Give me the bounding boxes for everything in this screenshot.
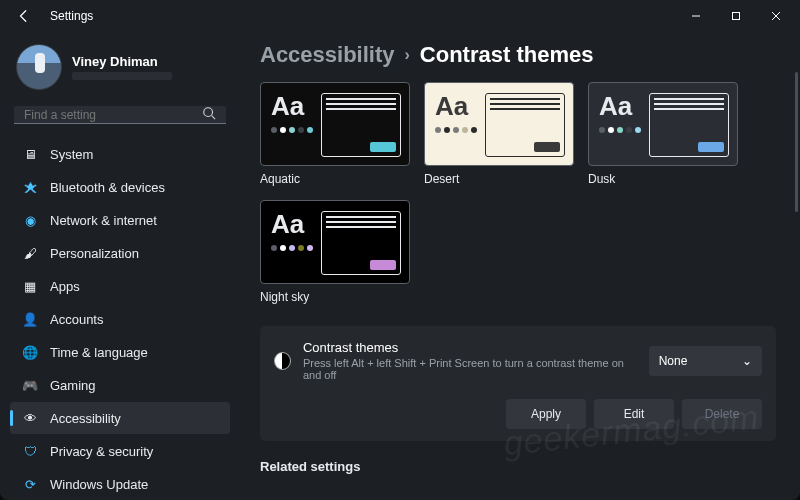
sidebar-item-bluetooth[interactable]: 🟊Bluetooth & devices (10, 171, 230, 203)
sidebar-item-network[interactable]: ◉Network & internet (10, 204, 230, 236)
sidebar-item-system[interactable]: 🖥System (10, 138, 230, 170)
theme-card: Aa (588, 82, 738, 166)
bluetooth-icon: 🟊 (22, 179, 38, 195)
back-button[interactable] (12, 4, 36, 28)
titlebar: Settings (0, 0, 800, 32)
chevron-right-icon: › (405, 46, 410, 64)
sidebar-item-gaming[interactable]: 🎮Gaming (10, 369, 230, 401)
contrast-icon (274, 352, 291, 370)
theme-desert[interactable]: Aa Desert (424, 82, 574, 186)
svg-line-3 (212, 116, 216, 120)
accounts-icon: 👤 (22, 311, 38, 327)
palette-dots (271, 245, 313, 251)
related-settings-heading: Related settings (260, 459, 776, 474)
breadcrumb: Accessibility › Contrast themes (260, 42, 776, 68)
theme-dusk[interactable]: Aa Dusk (588, 82, 738, 186)
theme-card: Aa (424, 82, 574, 166)
theme-label: Aquatic (260, 172, 410, 186)
aa-sample: Aa (271, 93, 313, 119)
contrast-themes-panel: Contrast themes Press left Alt + left Sh… (260, 326, 776, 441)
brush-icon: 🖌 (22, 245, 38, 261)
sidebar-item-accessibility[interactable]: 👁Accessibility (10, 402, 230, 434)
main-content: Accessibility › Contrast themes Aa Aquat… (236, 32, 800, 500)
sidebar-item-update[interactable]: ⟳Windows Update (10, 468, 230, 500)
edit-button[interactable]: Edit (594, 399, 674, 429)
wifi-icon: ◉ (22, 212, 38, 228)
aa-sample: Aa (271, 211, 313, 237)
page-title: Contrast themes (420, 42, 594, 68)
theme-card: Aa (260, 82, 410, 166)
theme-grid: Aa Aquatic Aa Desert Aa (260, 82, 776, 304)
accessibility-icon: 👁 (22, 410, 38, 426)
user-email (72, 72, 172, 80)
avatar (16, 44, 62, 90)
update-icon: ⟳ (22, 476, 38, 492)
sidebar-item-time[interactable]: 🌐Time & language (10, 336, 230, 368)
panel-subtitle: Press left Alt + left Shift + Print Scre… (303, 357, 637, 381)
apps-icon: ▦ (22, 278, 38, 294)
sidebar-item-personalization[interactable]: 🖌Personalization (10, 237, 230, 269)
theme-label: Dusk (588, 172, 738, 186)
shield-icon: 🛡 (22, 443, 38, 459)
system-icon: 🖥 (22, 146, 38, 162)
globe-icon: 🌐 (22, 344, 38, 360)
theme-dropdown[interactable]: None ⌄ (649, 346, 762, 376)
theme-label: Desert (424, 172, 574, 186)
svg-rect-1 (733, 13, 740, 20)
search-box[interactable] (14, 106, 226, 124)
search-input[interactable] (24, 108, 202, 122)
sidebar-item-accounts[interactable]: 👤Accounts (10, 303, 230, 335)
close-button[interactable] (756, 0, 796, 32)
panel-title: Contrast themes (303, 340, 637, 355)
aa-sample: Aa (599, 93, 641, 119)
palette-dots (271, 127, 313, 133)
nav: 🖥System 🟊Bluetooth & devices ◉Network & … (10, 138, 230, 500)
dropdown-value: None (659, 354, 688, 368)
aa-sample: Aa (435, 93, 477, 119)
breadcrumb-parent[interactable]: Accessibility (260, 42, 395, 68)
theme-aquatic[interactable]: Aa Aquatic (260, 82, 410, 186)
sidebar-item-privacy[interactable]: 🛡Privacy & security (10, 435, 230, 467)
theme-night-sky[interactable]: Aa Night sky (260, 200, 410, 304)
search-icon (202, 106, 216, 123)
apply-button[interactable]: Apply (506, 399, 586, 429)
delete-button: Delete (682, 399, 762, 429)
gaming-icon: 🎮 (22, 377, 38, 393)
palette-dots (435, 127, 477, 133)
theme-label: Night sky (260, 290, 410, 304)
palette-dots (599, 127, 641, 133)
minimize-button[interactable] (676, 0, 716, 32)
sidebar: Viney Dhiman 🖥System 🟊Bluetooth & device… (0, 32, 236, 500)
sidebar-item-apps[interactable]: ▦Apps (10, 270, 230, 302)
svg-point-2 (204, 108, 213, 117)
chevron-down-icon: ⌄ (742, 354, 752, 368)
user-name: Viney Dhiman (72, 54, 172, 69)
theme-card: Aa (260, 200, 410, 284)
user-block[interactable]: Viney Dhiman (10, 38, 230, 100)
maximize-button[interactable] (716, 0, 756, 32)
scrollbar[interactable] (795, 72, 798, 212)
window-title: Settings (50, 9, 93, 23)
